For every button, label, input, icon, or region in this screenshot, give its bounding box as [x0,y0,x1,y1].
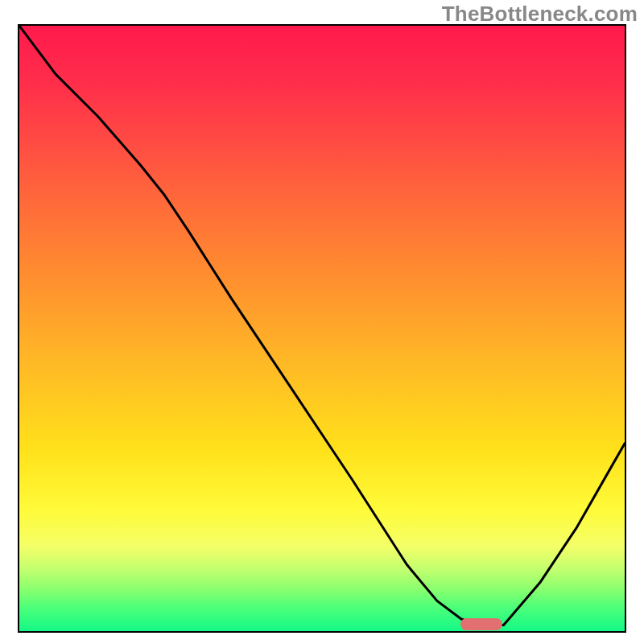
optimal-marker [460,618,503,630]
bottleneck-curve [19,26,625,631]
chart-container: TheBottleneck.com [0,0,644,644]
plot-area [18,24,626,633]
watermark-text: TheBottleneck.com [442,2,638,27]
